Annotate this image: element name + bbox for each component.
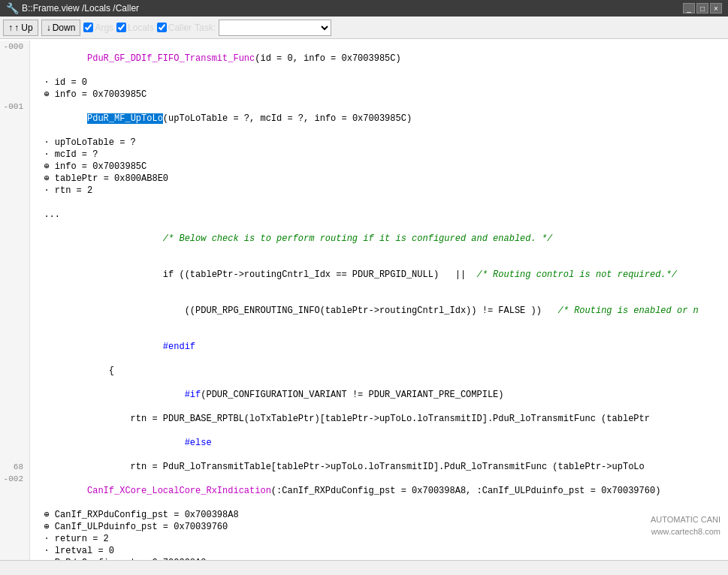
down-button[interactable]: ↓ Down — [41, 20, 81, 36]
code-line: #if(PDUR_CONFIGURATION_VARIANT != PDUR_V… — [0, 377, 728, 413]
line-code: ... — [30, 209, 728, 221]
down-label: Down — [53, 23, 76, 33]
line-code: if ((tablePtr->routingCntrl_Idx == PDUR_… — [30, 257, 728, 293]
line-code: ⊕ CanIf_ULPduinfo_pst = 0x70039760 — [30, 521, 728, 533]
code-line: { — [0, 365, 728, 377]
code-line: /* Below check is to perform routing if … — [0, 221, 728, 257]
line-number — [0, 257, 30, 293]
title-buttons: _ □ × — [683, 3, 722, 14]
line-code: ⊕ tablePtr = 0x800AB8E0 — [30, 173, 728, 185]
caller-checkbox-label[interactable]: Caller — [157, 23, 192, 33]
line-code: rtn = PduR_loTransmitTable[tablePtr->upT… — [30, 461, 728, 473]
code-line: #endif — [0, 329, 728, 365]
line-number — [0, 533, 30, 545]
args-checkbox[interactable] — [83, 23, 93, 32]
code-line: · lretval = 0 — [0, 545, 728, 557]
line-number — [0, 185, 30, 197]
line-number — [0, 293, 30, 329]
code-line: if ((tablePtr->routingCntrl_Idx == PDUR_… — [0, 257, 728, 293]
task-dropdown[interactable] — [219, 20, 331, 36]
line-number — [0, 161, 30, 173]
code-area: -000 PduR_GF_DDIf_FIFO_Transmit_Func(id … — [0, 39, 728, 560]
code-line: -001 PduR_MF_UpToLo(upToLoTable = ?, mcI… — [0, 101, 728, 137]
code-line: ... — [0, 209, 728, 221]
code-line: · id = 0 — [0, 77, 728, 89]
code-content[interactable]: -000 PduR_GF_DDIf_FIFO_Transmit_Func(id … — [0, 39, 728, 560]
down-arrow-icon: ↓ — [47, 23, 51, 33]
locals-checkbox-label[interactable]: Locals — [116, 23, 154, 33]
line-code: · return = 2 — [30, 533, 728, 545]
code-line: · rtn = 2 — [0, 185, 728, 197]
code-line: rtn = PDUR_BASE_RPTBL(loTxTablePtr)[tabl… — [0, 413, 728, 425]
line-code: · id = 0 — [30, 77, 728, 89]
maximize-button[interactable]: □ — [696, 3, 708, 14]
line-code: /* Below check is to perform routing if … — [30, 221, 728, 257]
locals-checkbox[interactable] — [116, 23, 126, 32]
line-number — [0, 557, 30, 560]
line-code: ⊕ CanIf_RXPduConfig_pst = 0x700398A8 — [30, 509, 728, 521]
line-code: PduR_MF_UpToLo(upToLoTable = ?, mcId = ?… — [30, 101, 728, 137]
code-line: · mcId = ? — [0, 149, 728, 161]
code-line: ⊕ CanIf_RXPduConfig_pst = 0x700398A8 — [0, 509, 728, 521]
line-code: ⊕ info = 0x7003985C — [30, 89, 728, 101]
line-number: -001 — [0, 101, 30, 137]
line-code: ((PDUR_RPG_ENROUTING_INFO(tablePtr->rout… — [30, 293, 728, 329]
line-number — [0, 509, 30, 521]
line-number — [0, 521, 30, 533]
line-code: · lretval = 0 — [30, 545, 728, 557]
toolbar: ↑ ↑ Up ↓ Down Args Locals Caller Task: — [0, 17, 728, 39]
bottom-bar — [0, 560, 728, 575]
code-line: ⊕ RxPduConfig_pst = 0x700398A8 — [0, 557, 728, 560]
line-code: rtn = PDUR_BASE_RPTBL(loTxTablePtr)[tabl… — [30, 413, 728, 425]
title-bar: 🔧 B::Frame.view /Locals /Caller _ □ × — [0, 0, 728, 17]
locals-label: Locals — [128, 23, 154, 33]
title-text: B::Frame.view /Locals /Caller — [22, 3, 139, 14]
line-number: -000 — [0, 41, 30, 77]
line-number — [0, 425, 30, 461]
line-code: · upToLoTable = ? — [30, 137, 728, 149]
line-number: 68 — [0, 461, 30, 473]
up-label: ↑ Up — [14, 23, 33, 33]
close-button[interactable]: × — [710, 3, 722, 14]
line-number — [0, 209, 30, 221]
code-line: #else — [0, 425, 728, 461]
line-code: · mcId = ? — [30, 149, 728, 161]
title-icon: 🔧 — [6, 2, 19, 14]
code-line: ((PDUR_RPG_ENROUTING_INFO(tablePtr->rout… — [0, 293, 728, 329]
line-number — [0, 77, 30, 89]
line-code: #endif — [30, 329, 728, 365]
up-arrow-icon: ↑ — [8, 23, 13, 33]
title-bar-left: 🔧 B::Frame.view /Locals /Caller — [6, 2, 139, 14]
line-number — [0, 221, 30, 257]
line-code: ⊕ info = 0x7003985C — [30, 161, 728, 173]
main-window: 🔧 B::Frame.view /Locals /Caller _ □ × ↑ … — [0, 0, 728, 575]
code-line — [0, 197, 728, 209]
task-label: Task: — [195, 23, 216, 33]
code-line: 68 rtn = PduR_loTransmitTable[tablePtr->… — [0, 461, 728, 473]
line-code: { — [30, 365, 728, 377]
line-number: -002 — [0, 473, 30, 509]
code-line: ⊕ CanIf_ULPduinfo_pst = 0x70039760 — [0, 521, 728, 533]
code-line: · upToLoTable = ? — [0, 137, 728, 149]
args-label: Args — [95, 23, 113, 33]
up-button[interactable]: ↑ ↑ Up — [3, 20, 38, 36]
line-code: · rtn = 2 — [30, 185, 728, 197]
minimize-button[interactable]: _ — [683, 3, 695, 14]
line-code: PduR_GF_DDIf_FIFO_Transmit_Func(id = 0, … — [30, 41, 728, 77]
line-number — [0, 149, 30, 161]
line-number — [0, 377, 30, 413]
code-line: ⊕ tablePtr = 0x800AB8E0 — [0, 173, 728, 185]
code-line: ⊕ info = 0x7003985C — [0, 161, 728, 173]
line-number — [0, 197, 30, 209]
caller-checkbox[interactable] — [157, 23, 167, 32]
line-number — [0, 413, 30, 425]
line-number — [0, 173, 30, 185]
code-line: -000 PduR_GF_DDIf_FIFO_Transmit_Func(id … — [0, 41, 728, 77]
code-line: -002 CanIf_XCore_LocalCore_RxIndication(… — [0, 473, 728, 509]
args-checkbox-label[interactable]: Args — [83, 23, 113, 33]
code-line: ⊕ info = 0x7003985C — [0, 89, 728, 101]
line-code: #if(PDUR_CONFIGURATION_VARIANT != PDUR_V… — [30, 377, 728, 413]
line-number — [0, 89, 30, 101]
caller-label: Caller — [168, 23, 192, 33]
line-number — [0, 365, 30, 377]
